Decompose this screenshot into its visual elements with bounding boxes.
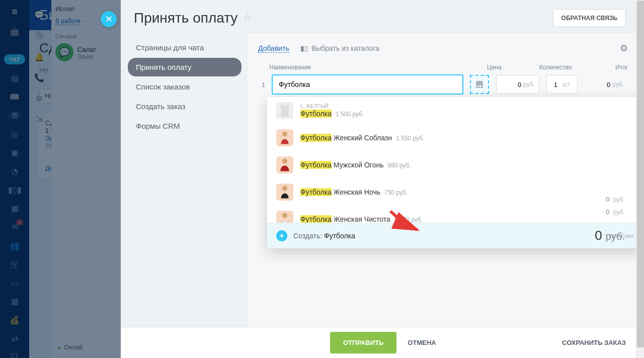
svg-point-0 [282,132,287,137]
nav-chat-pages[interactable]: Страницы для чата [128,38,242,57]
book-icon: ▮▯ [300,44,308,52]
col-qty: Количество [539,64,576,71]
catalog-link[interactable]: ▮▯ Выбрать из каталога [300,44,379,52]
svg-point-2 [282,186,287,191]
svg-point-1 [282,159,287,164]
create-product-row[interactable]: + Создать: Футболка Ctrl+Enter [267,223,639,248]
save-order-button[interactable]: СОХРАНИТЬ ЗАКАЗ [562,339,626,346]
modal-footer: ОТПРАВИТЬ ОТМЕНА СОХРАНИТЬ ЗАКАЗ [121,327,639,358]
dropdown-item[interactable]: Футболка Женская Чистота3 230 руб. [267,206,639,223]
settings-gear-icon[interactable]: ⚙ [620,43,628,54]
nav-order-list[interactable]: Список заказов [128,77,242,96]
send-button[interactable]: ОТПРАВИТЬ [330,332,396,353]
col-name: Наименование [269,64,450,71]
cancel-button[interactable]: ОТМЕНА [408,339,436,346]
product-row: 1 0руб. 1шт 0руб. [258,75,628,94]
modal-nav: Страницы для чата Принять оплату Список … [121,32,247,327]
product-thumb-icon [276,102,293,119]
totals-block: 0 руб. 0 руб. 0 руб. [595,194,625,248]
product-price: 3 230 руб. [394,216,423,223]
row-number: 1 [258,81,265,88]
row-total: 0руб. [585,75,628,94]
favorite-star-icon[interactable]: ☆ [243,12,253,25]
product-variant: L, ЖЕЛТЫЙ [300,104,634,109]
dropdown-item[interactable]: Футболка Женский Соблазн1 550 руб. [267,124,639,151]
nav-crm-forms[interactable]: Формы CRM [128,117,242,135]
nav-create-order[interactable]: Создать заказ [128,97,242,116]
close-button[interactable]: ✕ [101,11,117,27]
page-scrollbar[interactable] [636,0,644,358]
product-price: 1 550 руб. [396,135,424,142]
price-input[interactable]: 0руб. [496,75,539,94]
feedback-button[interactable]: ОБРАТНАЯ СВЯЗЬ [553,9,626,27]
image-icon [475,80,484,89]
product-dropdown: L, ЖЕЛТЫЙФутболка1 500 руб.Футболка Женс… [267,97,639,248]
product-name: Футболка [300,110,332,118]
plus-icon: + [276,230,287,241]
product-thumb-icon [276,211,293,223]
product-name: Футболка Женская Чистота [300,215,390,223]
col-price: Цена [487,64,530,71]
add-link[interactable]: Добавить [258,44,289,53]
product-price: 750 руб. [384,189,408,196]
payment-modal: Принять оплату ☆ ОБРАТНАЯ СВЯЗЬ Страницы… [121,0,639,358]
qty-input[interactable]: 1шт [546,75,578,94]
create-value: Футболка [324,232,355,240]
product-price: 1 500 руб. [336,111,364,118]
product-thumb-icon [276,129,293,146]
dropdown-item[interactable]: Футболка Мужской Огонь980 руб. [267,151,639,178]
product-thumb-icon [276,156,293,173]
dropdown-item[interactable]: Футболка Женская Ночь750 руб. [267,178,639,206]
product-name: Футболка Женский Соблазн [300,134,392,142]
product-name: Футболка Женская Ночь [300,188,380,196]
image-upload-button[interactable] [470,75,489,94]
product-name: Футболка Мужской Огонь [300,161,383,169]
create-label: Создать: [293,232,322,240]
modal-main: Добавить ▮▯ Выбрать из каталога ⚙ Наимен… [247,32,639,327]
svg-point-3 [282,213,287,218]
col-total: Итог [585,64,628,71]
product-price: 980 руб. [387,162,411,169]
grid-header: Наименование Цена Количество Итог [258,64,628,71]
nav-accept-payment[interactable]: Принять оплату [128,58,242,76]
modal-title: Принять оплату ☆ [134,10,253,26]
dropdown-item[interactable]: L, ЖЕЛТЫЙФутболка1 500 руб. [267,97,639,124]
product-thumb-icon [276,184,293,201]
product-name-input[interactable] [272,75,463,94]
